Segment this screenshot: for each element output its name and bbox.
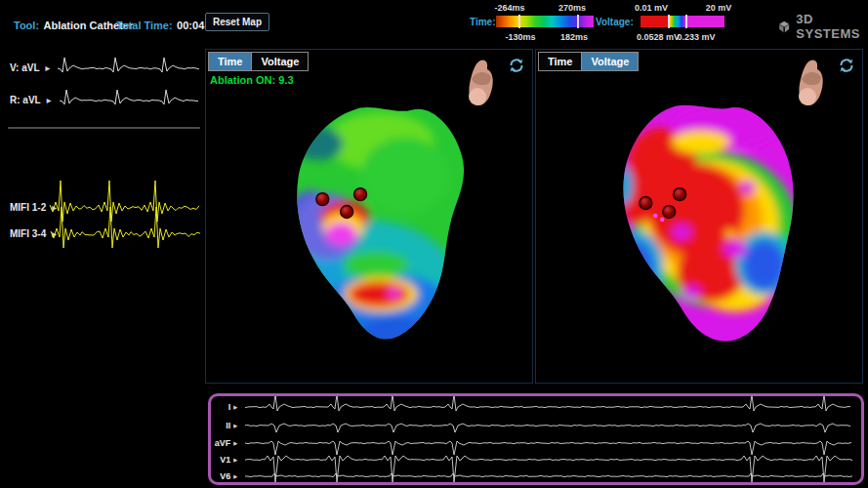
3d-systems-logo-icon bbox=[777, 19, 791, 35]
right-tab-time[interactable]: Time bbox=[539, 53, 581, 70]
right-map-tabs: Time Voltage bbox=[538, 52, 639, 71]
surface-ecg-panel bbox=[208, 393, 864, 485]
voltage-map-panel: Time Voltage bbox=[535, 49, 863, 384]
surface-ecg-traces bbox=[211, 396, 861, 482]
voltage-range-min: 0.01 mV bbox=[635, 3, 668, 13]
voltage-scale-bar bbox=[641, 16, 724, 27]
lead-label-i[interactable]: I bbox=[212, 402, 237, 412]
left-tab-voltage[interactable]: Voltage bbox=[251, 53, 308, 70]
heart-orientation-reference bbox=[794, 58, 829, 110]
lead-label-ii[interactable]: II bbox=[212, 421, 237, 430]
time-map-panel: Time Voltage Ablation ON: 9.3 bbox=[205, 49, 533, 384]
lead-label-avf[interactable]: aVF bbox=[212, 438, 237, 448]
ablation-status: Ablation ON: 9.3 bbox=[210, 74, 294, 86]
voltage-marker-low-value: 0.0528 mV bbox=[637, 32, 680, 42]
heart-orientation-reference bbox=[464, 58, 499, 110]
voltage-color-scale: Voltage: 0.01 mV 20 mV 0.0528 mV 0.233 m… bbox=[596, 2, 742, 45]
voltage-range-max: 20 mV bbox=[706, 3, 732, 13]
vendor-logo: 3D SYSTEMS bbox=[777, 12, 868, 41]
time-color-scale: Time: -264ms 270ms -130ms 182ms bbox=[470, 2, 606, 45]
left-map-tabs: Time Voltage bbox=[208, 52, 309, 71]
left-tab-time[interactable]: Time bbox=[209, 53, 251, 70]
right-tab-voltage[interactable]: Voltage bbox=[581, 53, 638, 70]
reset-map-button[interactable]: Reset Map bbox=[205, 13, 269, 31]
voltage-high-marker bbox=[685, 15, 687, 28]
tool-label: Tool: bbox=[14, 20, 39, 31]
time-marker-low-value: -130ms bbox=[505, 32, 535, 42]
voltage-low-marker bbox=[668, 15, 670, 28]
time-scale-label: Time: bbox=[470, 17, 496, 27]
time-low-marker bbox=[518, 15, 520, 28]
time-range-min: -264ms bbox=[494, 3, 524, 13]
voltage-scale-label: Voltage: bbox=[596, 17, 634, 27]
sidebar-ecg-traces bbox=[0, 45, 205, 299]
tool-indicator: Tool: Ablation Catheter bbox=[14, 16, 133, 33]
lead-label-v1[interactable]: V1 bbox=[212, 455, 237, 465]
time-high-marker bbox=[577, 15, 579, 28]
voltage-marker-high-value: 0.233 mV bbox=[677, 32, 715, 42]
reset-view-icon[interactable] bbox=[507, 56, 526, 75]
total-time-label: Total Time: bbox=[116, 20, 173, 31]
lead-label-v6[interactable]: V6 bbox=[212, 471, 237, 481]
time-range-max: 270ms bbox=[558, 3, 586, 13]
reset-view-icon[interactable] bbox=[837, 56, 856, 75]
time-scale-bar bbox=[496, 16, 594, 27]
time-marker-high-value: 182ms bbox=[560, 32, 588, 42]
logo-text: 3D SYSTEMS bbox=[796, 12, 868, 41]
